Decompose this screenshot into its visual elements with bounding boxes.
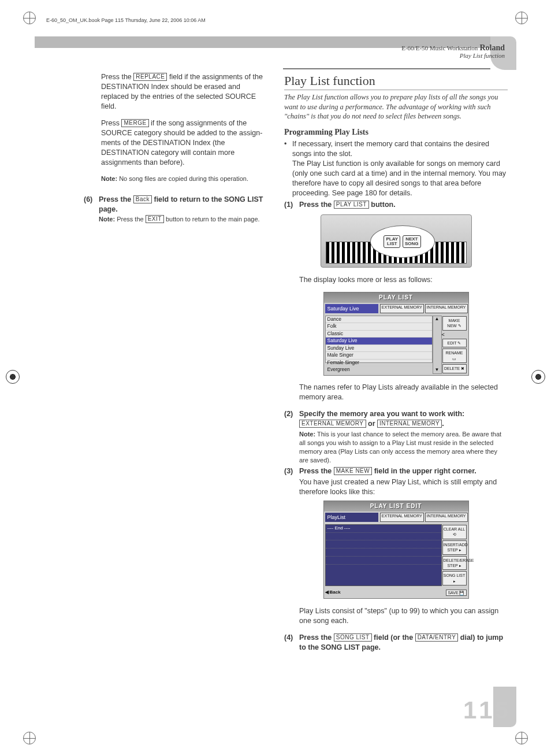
list-item[interactable]: Male Singer	[326, 352, 432, 359]
insert-add-step-button[interactable]: INSERT/ADD STEP ▸	[442, 540, 467, 555]
next-song-hw-button[interactable]: NEXT SONG	[403, 235, 421, 248]
step-text: Press the MAKE NEW field in the upper ri…	[299, 466, 508, 497]
lcd-playlist-screen: PLAY LIST Saturday Live EXTERNAL MEMORY …	[323, 292, 469, 375]
list-end-row: ---- End ----	[326, 525, 441, 533]
paragraph: Press MERGE if the song assignments of t…	[101, 118, 267, 167]
paragraph: Play Lists consist of "steps" (up to 99)…	[299, 606, 508, 626]
internal-memory-chip[interactable]: INTERNAL MEMORY	[425, 304, 468, 313]
back-arrow-icon: ◀	[325, 590, 329, 596]
exit-button[interactable]: EXIT	[146, 215, 164, 223]
data-entry-dial[interactable]: DATA/ENTRY	[415, 633, 459, 642]
merge-field[interactable]: MERGE	[121, 119, 148, 127]
list-item[interactable]: Evergreen	[326, 366, 432, 373]
paragraph: Press the REPLACE field if the assignmen…	[101, 72, 267, 112]
step-number: (6)	[84, 195, 99, 224]
list-item-selected[interactable]: Saturday Live	[326, 338, 432, 344]
external-memory-chip[interactable]: EXTERNAL MEMORY	[380, 513, 424, 522]
rename-button[interactable]: RENAME ▭	[442, 349, 467, 363]
section-title: Play List function	[284, 72, 508, 90]
edit-button[interactable]: EDIT ✎	[442, 339, 467, 347]
lcd-selected-playlist: Saturday Live	[325, 304, 378, 313]
song-list-field[interactable]: SONG LIST	[334, 633, 372, 642]
step-number: (3)	[284, 466, 299, 497]
make-new-field[interactable]: MAKE NEW	[334, 467, 372, 475]
back-button[interactable]: ◀ Back	[325, 588, 341, 597]
list-item[interactable]: Sunday Live	[326, 345, 432, 352]
step-number: (4)	[284, 633, 299, 653]
bullet-icon: •	[284, 139, 292, 198]
bullet-text: If necessary, insert the memory card tha…	[292, 139, 508, 198]
step-number: (2)	[284, 409, 299, 464]
callout-bubble: PLAY LIST NEXT SONG	[370, 225, 435, 258]
lcd-title: PLAY LIST	[324, 292, 468, 303]
lcd-title: PLAY LIST EDIT	[324, 501, 468, 512]
list-item[interactable]: Female Singer	[326, 360, 432, 366]
step-text: Press the Back field to return to the SO…	[99, 195, 267, 224]
step-text: Press the PLAY LIST button.	[299, 200, 508, 210]
step-number: (1)	[284, 200, 299, 210]
clear-all-button[interactable]: CLEAR ALL ⟲	[442, 525, 467, 539]
crop-mark	[23, 12, 36, 24]
paragraph: The names refer to Play Lists already av…	[299, 383, 508, 402]
crop-mark	[23, 732, 36, 744]
lcd-playlist-list[interactable]: Dance Folk Classic Saturday Live Sunday …	[325, 316, 433, 363]
intro-text: The Play List function allows you to pre…	[284, 92, 508, 122]
step-text: Press the SONG LIST field (or the DATA/E…	[299, 633, 508, 653]
replace-field[interactable]: REPLACE	[133, 73, 167, 81]
scroll-down-icon[interactable]: ▼	[433, 367, 441, 373]
play-list-hw-button[interactable]: PLAY LIST	[384, 235, 400, 248]
crop-mark	[515, 732, 528, 744]
lcd-playlist-name: PlayList	[325, 513, 378, 522]
registration-mark	[6, 370, 20, 384]
list-item[interactable]: Folk	[326, 323, 432, 330]
note: Note: No song files are copied during th…	[101, 175, 267, 183]
list-item[interactable]: Dance	[326, 316, 432, 323]
internal-memory-chip[interactable]: INTERNAL MEMORY	[425, 513, 468, 522]
lcd-playlist-edit-screen: PLAY LIST EDIT PlayList EXTERNAL MEMORY …	[323, 501, 469, 599]
external-memory-chip[interactable]: EXTERNAL MEMORY	[380, 304, 424, 313]
internal-memory-field[interactable]: INTERNAL MEMORY	[377, 420, 442, 428]
page-number: 115	[463, 696, 511, 724]
song-list-button[interactable]: SONG LIST ▸	[442, 571, 467, 585]
paragraph: The display looks more or less as follow…	[299, 275, 508, 285]
scroll-up-icon[interactable]: ▲	[433, 316, 441, 323]
back-field[interactable]: Back	[133, 195, 152, 203]
scrollbar[interactable]: ▲▼	[433, 316, 442, 374]
delete-erase-step-button[interactable]: DELETE/ERASE STEP ▸	[442, 556, 467, 570]
page-meta: E-60_50_OM_UK.book Page 115 Thursday, Ju…	[46, 17, 206, 23]
external-memory-field[interactable]: EXTERNAL MEMORY	[299, 420, 366, 428]
delete-button[interactable]: DELETE ✖	[442, 364, 467, 373]
list-item[interactable]: Classic	[326, 331, 432, 338]
lcd-step-list[interactable]: ---- End ----	[325, 524, 442, 587]
step-text: Specify the memory area you want to work…	[299, 409, 508, 464]
save-button[interactable]: SAVE 💾	[446, 590, 466, 596]
registration-mark	[531, 370, 545, 384]
play-list-button[interactable]: PLAY LIST	[334, 201, 369, 209]
keyboard-illustration: PLAY LIST NEXT SONG	[321, 214, 472, 268]
make-new-button[interactable]: MAKE NEW ✎	[442, 316, 467, 331]
crop-mark	[515, 12, 528, 24]
subsection-title: Programming Play Lists	[284, 127, 508, 138]
